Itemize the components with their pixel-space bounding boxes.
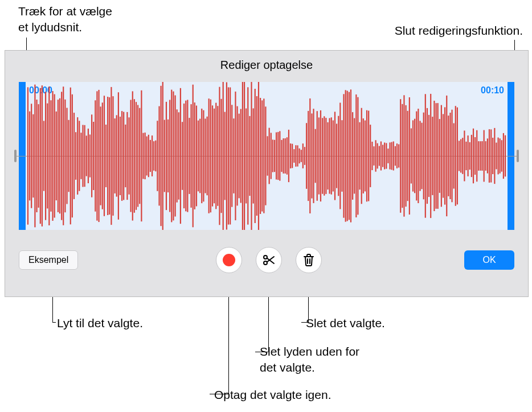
preview-button[interactable]: Eksempel <box>19 250 78 270</box>
ok-button[interactable]: OK <box>464 250 514 270</box>
callout-delete: Slet det valgte. <box>306 315 385 331</box>
edit-recording-panel: Rediger optagelse 00:00 00:10 Eksempel O… <box>5 50 529 297</box>
callout-trim: Slet lyden uden for det valgte. <box>260 344 359 376</box>
callout-line <box>52 322 56 323</box>
callout-listen: Lyt til det valgte. <box>57 315 143 331</box>
panel-title: Rediger optagelse <box>5 51 528 77</box>
scissors-icon <box>262 253 276 267</box>
callout-line <box>228 285 229 394</box>
callout-rerec: Optag det valgte igen. <box>214 387 331 403</box>
record-icon <box>223 254 235 266</box>
callout-drag: Træk for at vælge et lydudsnit. <box>18 3 112 36</box>
callout-line <box>301 322 308 323</box>
callout-end: Slut redigeringsfunktion. <box>395 23 523 39</box>
waveform-graphic <box>26 82 508 230</box>
trim-button[interactable] <box>256 247 282 273</box>
record-button[interactable] <box>216 247 242 273</box>
delete-button[interactable] <box>296 247 322 273</box>
trash-icon <box>302 253 315 267</box>
toolbar: Eksempel OK <box>5 245 528 279</box>
waveform-selection[interactable]: 00:00 00:10 <box>19 82 514 230</box>
callout-line <box>210 394 228 394</box>
callout-line <box>255 352 268 352</box>
